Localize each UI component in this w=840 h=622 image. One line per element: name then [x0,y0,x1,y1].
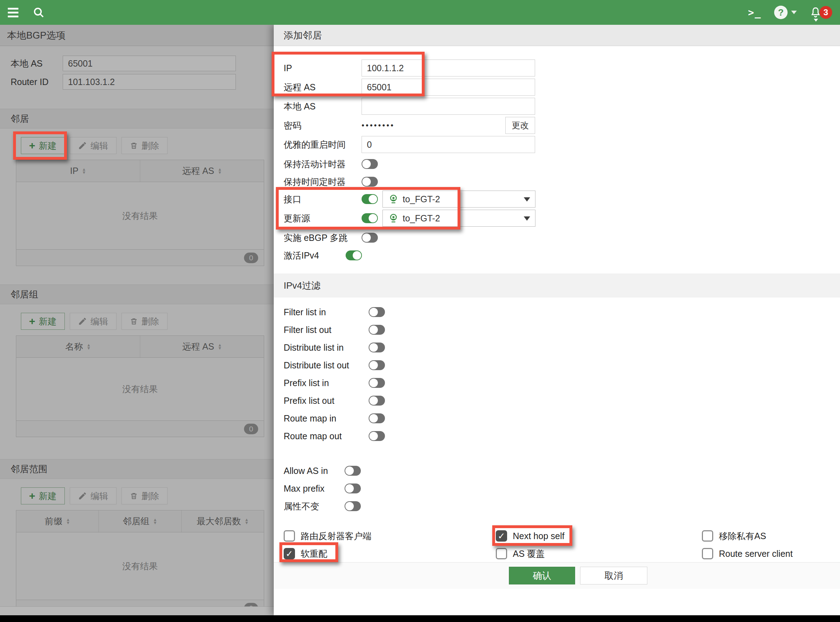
activate-ipv4-row: 激活IPv4 [284,247,840,264]
route-reflector-client-checkbox[interactable] [284,530,295,541]
soft-reconfiguration-checkbox[interactable] [284,548,295,559]
activate-ipv4-toggle[interactable] [345,250,362,260]
max-prefix-row: Max prefix [284,480,840,497]
filter-list-out-toggle[interactable] [369,325,385,335]
prefix-list-in-toggle[interactable] [369,378,385,388]
password-row: 密码 •••••••• 更改 [284,117,840,134]
cancel-button[interactable]: 取消 [580,567,647,584]
update-source-row: 更新源 to_FGT-2 [284,210,840,227]
cli-console-icon[interactable] [748,7,761,18]
prefix-list-out-toggle[interactable] [369,396,385,406]
route-server-client-checkbox[interactable] [702,548,713,559]
interface-icon [388,194,399,204]
interface-label: 接口 [284,194,362,205]
as-override-checkbox[interactable] [496,548,507,559]
next-hop-self-option: Next hop self [496,529,702,543]
activate-ipv4-label: 激活IPv4 [284,250,345,261]
next-hop-self-checkbox[interactable] [496,530,507,541]
route-reflector-client-option: 路由反射器客户端 [284,529,496,543]
update-source-value: to_FGT-2 [403,213,440,224]
holdtime-timer-label: 保持时间定时器 [284,176,362,188]
local-as-label: 本地 AS [284,101,362,112]
remove-private-as-checkbox[interactable] [702,530,713,541]
ip-label: IP [284,63,362,73]
interface-value: to_FGT-2 [403,194,440,204]
interface-icon [388,213,399,223]
password-masked-value: •••••••• [362,121,395,130]
attribute-unchanged-row: 属性不变 [284,497,840,515]
allow-as-in-row: Allow AS in [284,462,840,480]
route-map-out-toggle[interactable] [369,431,385,441]
route-map-in-toggle[interactable] [369,413,385,423]
ebgp-multihop-row: 实施 eBGP 多跳 [284,229,840,247]
distribute-list-in-toggle[interactable] [369,343,385,352]
bottom-black-strip [0,615,840,622]
help-icon [774,6,788,19]
route-map-in-row: Route map in [284,410,840,427]
search-icon[interactable] [33,6,45,18]
remote-as-row: 远程 AS [284,79,840,96]
dropdown-caret-icon [524,216,530,221]
update-source-label: 更新源 [284,212,362,224]
distribute-list-out-toggle[interactable] [369,360,385,370]
filter-list-in-toggle[interactable] [369,307,385,317]
soft-reconfiguration-option: 软重配 [284,547,496,560]
menu-icon[interactable] [8,8,18,17]
ip-input[interactable] [362,59,535,76]
ebgp-multihop-label: 实施 eBGP 多跳 [284,232,362,244]
keepalive-timer-label: 保持活动计时器 [284,159,362,170]
prefix-list-in-row: Prefix list in [284,374,840,392]
route-map-out-row: Route map out [284,427,840,445]
local-as-row: 本地 AS [284,98,840,115]
distribute-list-in-row: Distribute list in [284,338,840,356]
modal-backdrop [0,25,274,615]
keepalive-timer-toggle[interactable] [362,159,378,169]
holdtime-timer-row: 保持时间定时器 [284,173,840,191]
as-override-option: AS 覆盖 [496,547,702,560]
confirm-button[interactable]: 确认 [509,567,575,584]
max-prefix-toggle[interactable] [345,483,361,493]
dropdown-caret-icon [524,197,530,201]
chevron-down-icon [791,11,797,14]
password-label: 密码 [284,120,362,131]
filter-list-out-row: Filter list out [284,321,840,338]
help-menu[interactable] [774,6,797,19]
bell-caret-icon [814,19,818,21]
top-navbar: 3 [0,0,840,25]
filter-list-in-row: Filter list in [284,303,840,321]
screen: 3 本地BGP选项 本地 AS Router ID 邻居 新建 [0,0,840,622]
holdtime-timer-toggle[interactable] [362,177,378,187]
update-source-select[interactable]: to_FGT-2 [382,210,536,227]
prefix-list-out-row: Prefix list out [284,392,840,410]
ip-row: IP [284,59,840,76]
attribute-unchanged-toggle[interactable] [345,501,361,511]
route-server-client-option: Route server client [702,547,840,560]
notifications[interactable]: 3 [810,6,832,19]
allow-as-in-toggle[interactable] [345,466,361,476]
ipv4-filter-section-header: IPv4过滤 [274,273,840,297]
remote-as-label: 远程 AS [284,81,362,93]
local-as-input[interactable] [362,98,535,115]
add-neighbor-dialog: 添加邻居 IP 远程 AS 本地 AS 密码 •••••••• 更改 [274,25,840,615]
graceful-restart-time-row: 优雅的重启时间 [284,136,840,153]
ebgp-multihop-toggle[interactable] [362,233,378,242]
graceful-restart-time-input[interactable] [362,136,535,153]
interface-select[interactable]: to_FGT-2 [382,191,536,207]
graceful-restart-time-label: 优雅的重启时间 [284,139,362,151]
dialog-title: 添加邻居 [274,25,840,46]
change-password-button[interactable]: 更改 [505,117,535,134]
distribute-list-out-row: Distribute list out [284,356,840,374]
remote-as-input[interactable] [362,79,535,96]
notification-badge[interactable]: 3 [819,6,832,19]
interface-toggle[interactable] [362,194,378,204]
update-source-toggle[interactable] [362,213,378,223]
dialog-footer: 确认 取消 [274,562,840,589]
keepalive-timer-row: 保持活动计时器 [284,155,840,173]
interface-row: 接口 to_FGT-2 [284,191,840,207]
remove-private-as-option: 移除私有AS [702,529,840,543]
